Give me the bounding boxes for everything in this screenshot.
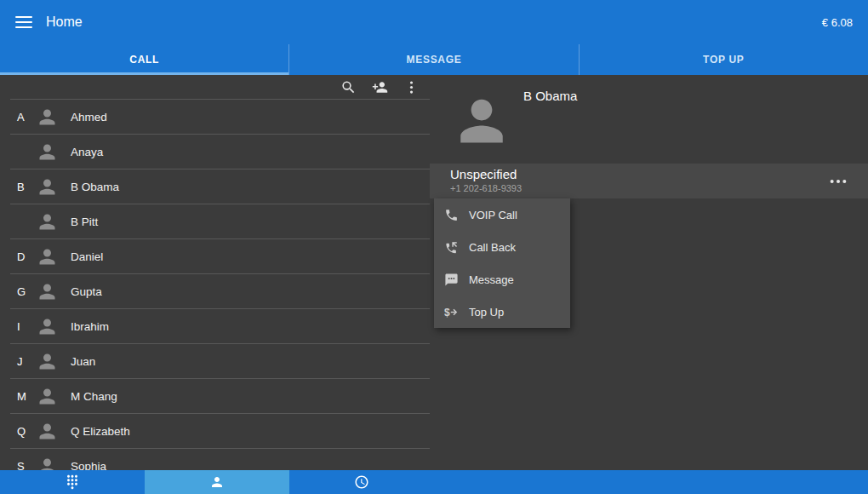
- context-menu: VOIP Call Call Back Message $: [434, 198, 570, 328]
- phone-number-texts: Unspecified +1 202-618-9393: [450, 167, 522, 195]
- contact-avatar-icon: [36, 141, 59, 164]
- menu-item-label: VOIP Call: [469, 209, 517, 221]
- contact-detail-avatar-icon: [454, 82, 510, 157]
- menu-item-voip-call[interactable]: VOIP Call: [434, 198, 570, 231]
- top-tabs: CALL MESSAGE TOP UP: [0, 44, 868, 75]
- nav-dialpad[interactable]: [0, 470, 145, 494]
- add-contact-icon[interactable]: [372, 79, 388, 95]
- contact-letter: Q: [10, 425, 36, 438]
- dialpad-icon: [65, 474, 80, 490]
- contact-name: Ahmed: [71, 111, 107, 124]
- nav-contacts[interactable]: [145, 470, 289, 494]
- tab-call[interactable]: CALL: [0, 44, 288, 75]
- contact-list: A Ahmed Anaya B B Obama B Pitt D Daniel: [10, 99, 430, 470]
- menu-item-call-back[interactable]: Call Back: [434, 231, 570, 263]
- menu-item-top-up[interactable]: $ Top Up: [434, 296, 570, 328]
- contact-letter: S: [10, 460, 36, 471]
- contact-row[interactable]: D Daniel: [10, 239, 430, 274]
- contact-letter: D: [10, 250, 36, 263]
- contact-name: Anaya: [71, 146, 103, 158]
- contact-name: B Pitt: [71, 215, 98, 228]
- more-horizontal-icon[interactable]: [829, 174, 848, 189]
- contact-avatar-icon: [36, 245, 59, 268]
- contact-letter: A: [10, 111, 36, 124]
- contact-name: Sophia: [71, 460, 106, 471]
- contact-name: B Obama: [71, 181, 119, 193]
- contact-avatar-icon: [36, 420, 59, 443]
- bottom-nav-spacer: [434, 470, 868, 494]
- menu-icon[interactable]: [15, 16, 32, 28]
- contact-avatar-icon: [36, 455, 59, 471]
- page-title: Home: [46, 14, 83, 30]
- contact-detail-panel: B Obama Unspecified +1 202-618-9393 VOIP…: [430, 75, 868, 470]
- contact-avatar-icon: [36, 315, 59, 338]
- contact-row[interactable]: Anaya: [10, 135, 430, 169]
- search-icon[interactable]: [340, 79, 357, 95]
- app-screen: Home € 6.08 CALL MESSAGE TOP UP A: [0, 0, 868, 494]
- menu-item-label: Call Back: [469, 241, 516, 254]
- contacts-actions: [0, 75, 430, 99]
- contact-detail-name: B Obama: [523, 89, 577, 103]
- overflow-icon[interactable]: [403, 79, 420, 95]
- contact-avatar-icon: [36, 106, 59, 129]
- contact-row[interactable]: Q Q Elizabeth: [10, 414, 430, 449]
- clock-icon: [354, 474, 369, 490]
- svg-text:$: $: [444, 306, 450, 318]
- contact-letter: J: [10, 355, 36, 368]
- contact-name: Gupta: [71, 285, 102, 298]
- contact-avatar-icon: [36, 210, 59, 233]
- contact-name: Q Elizabeth: [71, 425, 130, 438]
- contact-row[interactable]: I Ibrahim: [10, 309, 430, 344]
- phone-number-row[interactable]: Unspecified +1 202-618-9393: [430, 164, 868, 198]
- contact-name: M Chang: [71, 390, 117, 403]
- contact-name: Ibrahim: [71, 320, 109, 333]
- tab-message[interactable]: MESSAGE: [288, 44, 578, 75]
- contact-letter: G: [10, 285, 36, 298]
- menu-item-message[interactable]: Message: [434, 263, 570, 296]
- contact-avatar-icon: [36, 385, 59, 408]
- number-label: Unspecified: [450, 167, 522, 183]
- contact-name: Juan: [71, 355, 95, 368]
- contact-row[interactable]: A Ahmed: [10, 100, 430, 135]
- contact-row[interactable]: J Juan: [10, 344, 430, 379]
- contact-row[interactable]: B Pitt: [10, 204, 430, 239]
- menu-item-label: Top Up: [469, 306, 504, 319]
- contact-letter: I: [10, 320, 36, 333]
- tab-topup[interactable]: TOP UP: [579, 44, 868, 75]
- contact-name: Daniel: [71, 250, 103, 263]
- contact-letter: B: [10, 181, 36, 193]
- contact-avatar-icon: [36, 350, 59, 373]
- person-icon: [209, 474, 225, 490]
- main-content: A Ahmed Anaya B B Obama B Pitt D Daniel: [0, 75, 868, 470]
- balance-label: € 6.08: [822, 16, 853, 29]
- contact-row[interactable]: M M Chang: [10, 379, 430, 414]
- menu-item-label: Message: [469, 273, 514, 286]
- topbar: Home € 6.08: [0, 0, 868, 44]
- message-icon: [444, 273, 459, 287]
- contact-row[interactable]: S Sophia: [10, 449, 430, 470]
- contact-avatar-icon: [36, 280, 59, 303]
- call-back-icon: [444, 240, 459, 255]
- nav-history[interactable]: [289, 470, 434, 494]
- phone-number: +1 202-618-9393: [450, 183, 522, 195]
- contact-row[interactable]: B B Obama: [10, 169, 430, 204]
- bottom-nav: [0, 470, 868, 494]
- contact-letter: M: [10, 390, 36, 403]
- voip-call-icon: [444, 208, 459, 222]
- contact-row[interactable]: G Gupta: [10, 274, 430, 309]
- contacts-panel: A Ahmed Anaya B B Obama B Pitt D Daniel: [0, 75, 430, 470]
- top-up-icon: $: [444, 305, 459, 319]
- contact-avatar-icon: [36, 175, 59, 198]
